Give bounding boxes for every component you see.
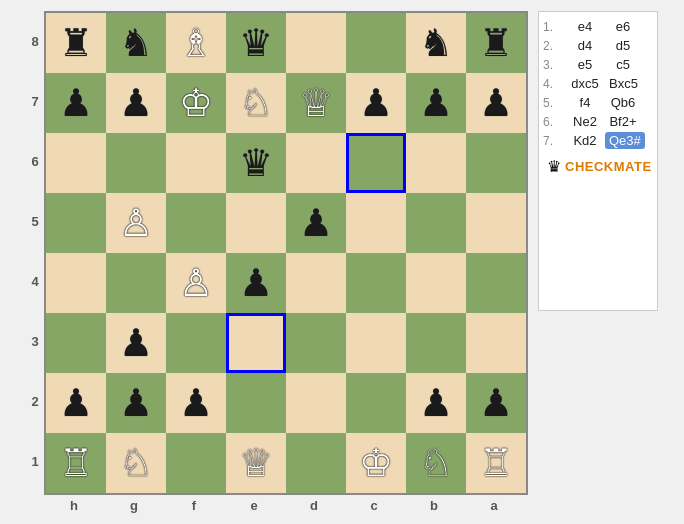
cell-d2[interactable] xyxy=(286,373,346,433)
cell-c3[interactable] xyxy=(346,313,406,373)
cell-c1[interactable]: ♔ xyxy=(346,433,406,493)
cell-f5[interactable] xyxy=(166,193,226,253)
cell-a4[interactable] xyxy=(466,253,526,313)
cell-e6[interactable]: ♛ xyxy=(226,133,286,193)
move-black-3[interactable]: c5 xyxy=(605,56,641,73)
cell-a5[interactable] xyxy=(466,193,526,253)
move-white-1[interactable]: e4 xyxy=(567,18,603,35)
cell-h5[interactable] xyxy=(46,193,106,253)
cell-g4[interactable] xyxy=(106,253,166,313)
move-black-4[interactable]: Bxc5 xyxy=(605,75,642,92)
piece-h2: ♟ xyxy=(59,384,93,422)
piece-b7: ♟ xyxy=(419,84,453,122)
cell-g2[interactable]: ♟ xyxy=(106,373,166,433)
cell-g1[interactable]: ♘ xyxy=(106,433,166,493)
board-with-ranks: 8 7 6 5 4 3 2 1 ♜♞♗♛♞♜♟♟♔♘♕♟♟♟♛♙♟♙♟♟♟♟♟♟… xyxy=(26,11,528,495)
cell-e2[interactable] xyxy=(226,373,286,433)
cell-d7[interactable]: ♕ xyxy=(286,73,346,133)
cell-c7[interactable]: ♟ xyxy=(346,73,406,133)
piece-a1: ♖ xyxy=(479,444,513,482)
move-white-7[interactable]: Kd2 xyxy=(567,132,603,149)
cell-f4[interactable]: ♙ xyxy=(166,253,226,313)
cell-d3[interactable] xyxy=(286,313,346,373)
file-a: a xyxy=(464,495,524,513)
file-h: h xyxy=(44,495,104,513)
cell-e4[interactable]: ♟ xyxy=(226,253,286,313)
cell-c5[interactable] xyxy=(346,193,406,253)
rank-label-6: 6 xyxy=(26,131,44,191)
rank-label-7: 7 xyxy=(26,71,44,131)
cell-a6[interactable] xyxy=(466,133,526,193)
cell-b2[interactable]: ♟ xyxy=(406,373,466,433)
cell-f8[interactable]: ♗ xyxy=(166,13,226,73)
piece-b2: ♟ xyxy=(419,384,453,422)
cell-a8[interactable]: ♜ xyxy=(466,13,526,73)
cell-h8[interactable]: ♜ xyxy=(46,13,106,73)
move-white-5[interactable]: f4 xyxy=(567,94,603,111)
piece-g5: ♙ xyxy=(119,204,153,242)
cell-f7[interactable]: ♔ xyxy=(166,73,226,133)
cell-g6[interactable] xyxy=(106,133,166,193)
move-black-7[interactable]: Qe3# xyxy=(605,132,645,149)
cell-c4[interactable] xyxy=(346,253,406,313)
move-black-1[interactable]: e6 xyxy=(605,18,641,35)
cell-b7[interactable]: ♟ xyxy=(406,73,466,133)
move-row-4: 4.dxc5Bxc5 xyxy=(543,75,653,92)
cell-d5[interactable]: ♟ xyxy=(286,193,346,253)
checkmate-row: ♛ CHECKMATE xyxy=(543,155,653,178)
move-black-5[interactable]: Qb6 xyxy=(605,94,641,111)
cell-a2[interactable]: ♟ xyxy=(466,373,526,433)
cell-e3[interactable] xyxy=(226,313,286,373)
cell-g7[interactable]: ♟ xyxy=(106,73,166,133)
checkmate-text: CHECKMATE xyxy=(565,159,652,174)
cell-h4[interactable] xyxy=(46,253,106,313)
cell-f3[interactable] xyxy=(166,313,226,373)
cell-e1[interactable]: ♕ xyxy=(226,433,286,493)
cell-g3[interactable]: ♟ xyxy=(106,313,166,373)
piece-f2: ♟ xyxy=(179,384,213,422)
cell-h6[interactable] xyxy=(46,133,106,193)
cell-f6[interactable] xyxy=(166,133,226,193)
cell-c8[interactable] xyxy=(346,13,406,73)
chess-board[interactable]: ♜♞♗♛♞♜♟♟♔♘♕♟♟♟♛♙♟♙♟♟♟♟♟♟♟♖♘♕♔♘♖ xyxy=(44,11,528,495)
cell-f1[interactable] xyxy=(166,433,226,493)
cell-h2[interactable]: ♟ xyxy=(46,373,106,433)
cell-a1[interactable]: ♖ xyxy=(466,433,526,493)
cell-d8[interactable] xyxy=(286,13,346,73)
cell-c2[interactable] xyxy=(346,373,406,433)
cell-e8[interactable]: ♛ xyxy=(226,13,286,73)
cell-h7[interactable]: ♟ xyxy=(46,73,106,133)
cell-g5[interactable]: ♙ xyxy=(106,193,166,253)
cell-h1[interactable]: ♖ xyxy=(46,433,106,493)
piece-g7: ♟ xyxy=(119,84,153,122)
cell-d4[interactable] xyxy=(286,253,346,313)
cell-g8[interactable]: ♞ xyxy=(106,13,166,73)
cell-d6[interactable] xyxy=(286,133,346,193)
move-black-6[interactable]: Bf2+ xyxy=(605,113,641,130)
cell-a7[interactable]: ♟ xyxy=(466,73,526,133)
move-white-4[interactable]: dxc5 xyxy=(567,75,603,92)
move-white-6[interactable]: Ne2 xyxy=(567,113,603,130)
cell-b6[interactable] xyxy=(406,133,466,193)
cell-e7[interactable]: ♘ xyxy=(226,73,286,133)
cell-b5[interactable] xyxy=(406,193,466,253)
main-container: 8 7 6 5 4 3 2 1 ♜♞♗♛♞♜♟♟♔♘♕♟♟♟♛♙♟♙♟♟♟♟♟♟… xyxy=(16,1,668,523)
cell-a3[interactable] xyxy=(466,313,526,373)
move-white-3[interactable]: e5 xyxy=(567,56,603,73)
cell-e5[interactable] xyxy=(226,193,286,253)
cell-b3[interactable] xyxy=(406,313,466,373)
move-white-2[interactable]: d4 xyxy=(567,37,603,54)
move-black-2[interactable]: d5 xyxy=(605,37,641,54)
checkmate-icon: ♛ xyxy=(547,157,561,176)
moves-list: 1.e4e62.d4d53.e5c54.dxc5Bxc55.f4Qb66.Ne2… xyxy=(543,18,653,149)
cell-b8[interactable]: ♞ xyxy=(406,13,466,73)
rank-label-2: 2 xyxy=(26,371,44,431)
piece-h7: ♟ xyxy=(59,84,93,122)
cell-d1[interactable] xyxy=(286,433,346,493)
cell-c6[interactable] xyxy=(346,133,406,193)
piece-g8: ♞ xyxy=(119,24,153,62)
cell-b4[interactable] xyxy=(406,253,466,313)
cell-h3[interactable] xyxy=(46,313,106,373)
cell-b1[interactable]: ♘ xyxy=(406,433,466,493)
cell-f2[interactable]: ♟ xyxy=(166,373,226,433)
